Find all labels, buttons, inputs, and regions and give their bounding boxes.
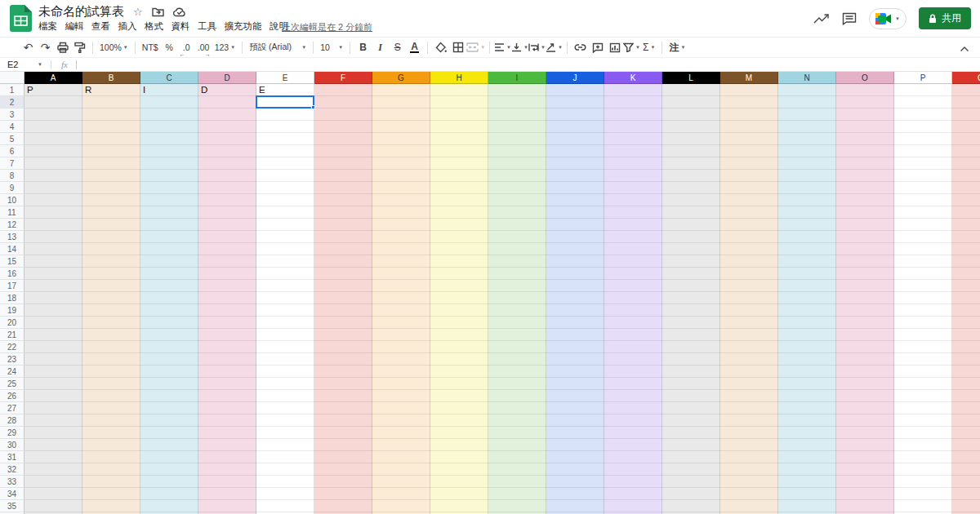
column-B-cells[interactable] <box>82 84 140 514</box>
share-button[interactable]: 共用 <box>919 7 971 29</box>
row-header-27[interactable]: 27 <box>0 402 24 414</box>
column-header-N[interactable]: N <box>778 72 836 84</box>
menu-data[interactable]: 資料 <box>172 20 190 33</box>
row-header-21[interactable]: 21 <box>0 329 24 341</box>
input-tools-button[interactable]: 注▼ <box>666 39 688 55</box>
document-title[interactable]: 未命名的試算表 <box>38 4 124 20</box>
strikethrough-button[interactable]: S <box>389 39 406 55</box>
selected-cell-E2[interactable] <box>256 95 314 109</box>
font-family-select[interactable]: 預設 (Arial)▼ <box>247 39 309 55</box>
cell-A1[interactable]: P <box>24 84 79 96</box>
cloud-saved-icon[interactable] <box>173 7 186 17</box>
row-header-18[interactable]: 18 <box>0 292 24 304</box>
column-header-M[interactable]: M <box>720 72 778 84</box>
column-header-F[interactable]: F <box>314 72 372 84</box>
column-header-G[interactable]: G <box>372 72 430 84</box>
row-header-20[interactable]: 20 <box>0 317 24 329</box>
last-edit-link[interactable]: 上次編輯是在 2 分鐘前 <box>282 21 372 33</box>
row-header-2[interactable]: 2 <box>0 96 24 109</box>
row-header-22[interactable]: 22 <box>0 341 24 353</box>
row-header-31[interactable]: 31 <box>0 451 24 463</box>
menu-extensions[interactable]: 擴充功能 <box>225 20 262 33</box>
row-header-4[interactable]: 4 <box>0 121 24 133</box>
row-header-33[interactable]: 33 <box>0 476 24 488</box>
column-header-K[interactable]: K <box>604 72 662 84</box>
column-P-cells[interactable] <box>894 84 952 514</box>
functions-button[interactable]: Σ▼ <box>640 39 657 55</box>
row-header-13[interactable]: 13 <box>0 231 24 243</box>
bold-button[interactable]: B <box>354 39 372 55</box>
menu-tools[interactable]: 工具 <box>198 20 216 33</box>
redo-button[interactable]: ↷ <box>37 39 54 55</box>
row-header-7[interactable]: 7 <box>0 157 24 170</box>
menu-insert[interactable]: 插入 <box>118 20 137 33</box>
column-K-cells[interactable] <box>604 84 662 514</box>
fill-handle[interactable] <box>311 105 315 109</box>
row-header-30[interactable]: 30 <box>0 439 24 451</box>
column-header-I[interactable]: I <box>488 72 546 84</box>
menu-edit[interactable]: 編輯 <box>65 20 84 33</box>
decrease-decimal-button[interactable]: .0← <box>178 39 195 55</box>
column-header-O[interactable]: O <box>836 72 894 84</box>
more-formats-button[interactable]: 123▼ <box>212 39 238 55</box>
column-E-cells[interactable] <box>256 84 314 514</box>
column-L-cells[interactable] <box>662 84 720 514</box>
row-header-15[interactable]: 15 <box>0 255 24 268</box>
insert-chart-button[interactable] <box>606 39 623 55</box>
row-header-3[interactable]: 3 <box>0 109 24 121</box>
row-header-5[interactable]: 5 <box>0 133 24 145</box>
row-header-34[interactable]: 34 <box>0 488 24 500</box>
column-header-H[interactable]: H <box>430 72 488 84</box>
print-button[interactable] <box>54 39 71 55</box>
menu-view[interactable]: 查看 <box>91 20 110 33</box>
sheets-logo[interactable] <box>10 5 32 32</box>
merge-cells-button[interactable]: ▼ <box>466 39 485 55</box>
select-all-corner[interactable] <box>0 72 24 84</box>
row-header-12[interactable]: 12 <box>0 219 24 231</box>
paint-format-button[interactable] <box>71 39 88 55</box>
row-header-29[interactable]: 29 <box>0 427 24 439</box>
menu-format[interactable]: 格式 <box>145 20 163 33</box>
column-G-cells[interactable] <box>372 84 430 514</box>
spreadsheet-grid[interactable]: ABCDEFGHIJKLMNOPQ12345678910111213141516… <box>0 72 980 514</box>
column-Q-cells[interactable] <box>952 84 980 514</box>
row-header-6[interactable]: 6 <box>0 145 24 157</box>
column-header-C[interactable]: C <box>140 72 198 84</box>
row-header-9[interactable]: 9 <box>0 182 24 194</box>
row-header-1[interactable]: 1 <box>0 84 24 96</box>
column-A-cells[interactable] <box>24 84 82 514</box>
insert-comment-button[interactable] <box>589 39 606 55</box>
row-header-32[interactable]: 32 <box>0 463 24 476</box>
column-header-B[interactable]: B <box>82 72 140 84</box>
cell-B1[interactable]: R <box>82 84 137 96</box>
row-header-11[interactable]: 11 <box>0 206 24 219</box>
formula-input[interactable] <box>77 58 980 71</box>
column-header-Q[interactable]: Q <box>952 72 980 84</box>
increase-decimal-button[interactable]: .00→ <box>195 39 212 55</box>
star-icon[interactable]: ☆ <box>133 7 143 17</box>
italic-button[interactable]: I <box>372 39 389 55</box>
format-percent-button[interactable]: % <box>161 39 178 55</box>
row-header-17[interactable]: 17 <box>0 280 24 292</box>
row-header-25[interactable]: 25 <box>0 378 24 390</box>
column-C-cells[interactable] <box>140 84 198 514</box>
row-header-23[interactable]: 23 <box>0 353 24 366</box>
name-box-caret[interactable]: ▼ <box>38 62 42 67</box>
column-F-cells[interactable] <box>314 84 372 514</box>
column-H-cells[interactable] <box>430 84 488 514</box>
text-color-button[interactable]: A <box>406 39 423 55</box>
column-header-D[interactable]: D <box>198 72 256 84</box>
column-header-P[interactable]: P <box>894 72 952 84</box>
text-rotation-button[interactable]: ▼ <box>546 39 563 55</box>
row-header-10[interactable]: 10 <box>0 194 24 206</box>
font-size-select[interactable]: 10▼ <box>318 39 345 55</box>
hide-menus-button[interactable] <box>956 41 973 57</box>
vertical-align-button[interactable]: ▼ <box>511 39 528 55</box>
row-header-24[interactable]: 24 <box>0 366 24 378</box>
zoom-control[interactable]: 100%▼ <box>97 39 131 55</box>
format-currency-button[interactable]: NT$ <box>140 39 161 55</box>
row-header-16[interactable]: 16 <box>0 268 24 280</box>
name-box[interactable]: E2 <box>0 60 36 69</box>
column-header-L[interactable]: L <box>662 72 720 84</box>
activity-dashboard-icon[interactable] <box>813 12 830 25</box>
